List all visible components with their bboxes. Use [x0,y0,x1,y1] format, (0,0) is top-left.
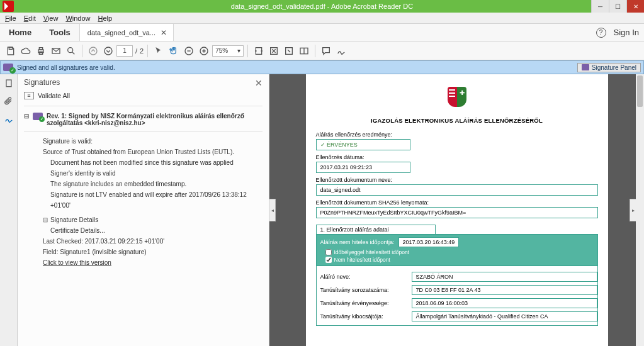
menu-window[interactable]: Window [62,13,94,23]
thumbnails-icon[interactable] [3,78,14,89]
pdf-page: IGAZOLÁS ELEKTRONIKUS ALÁÍRÁS ELLENŐRZÉS… [306,74,608,346]
timestamp-block: Aláírás nem hiteles időpontja: 2017.03.2… [316,234,598,266]
document-viewer[interactable]: ◂ ▸ IGAZOLÁS ELEKTRONIKUS ALÁÍRÁS ELLENŐ… [269,74,644,346]
cloud-icon[interactable] [19,44,33,58]
mail-icon[interactable] [49,44,63,58]
sig-detail-text: Signer's identity is valid [43,168,263,179]
fullscreen-icon[interactable] [282,44,296,58]
certificate-details-link[interactable]: Certificate Details... [43,225,263,236]
doc-heading: IGAZOLÁS ELEKTRONIKUS ALÁÍRÁS ELLENŐRZÉS… [316,117,598,124]
zoom-select[interactable]: 75%▾ [212,45,244,57]
field-label: Tanúsítvány érvényessége: [320,300,405,306]
signature-item-icon [33,113,43,120]
sig-detail-text: The signature includes an embedded times… [43,179,263,189]
menu-file[interactable]: File [1,13,20,23]
page-down-icon[interactable] [101,44,115,58]
field-label: Ellenőrzés dátuma: [316,154,598,160]
view-version-link[interactable]: Click to view this version [43,257,263,268]
checkbox-not-timestamped: Nem hitelesített időpont [325,257,594,263]
document-tab[interactable]: data_signed_odt_va... ✕ [79,24,174,41]
signature-valid-text: Signed and all signatures are valid. [17,64,115,71]
signatures-heading: Signatures [24,78,263,87]
field-value: 2018.06.09 16:00:03 [412,298,597,308]
panel-close-icon[interactable]: ✕ [255,78,263,88]
sig-detail-text: Last Checked: 2017.03.21 09:22:15 +01'00… [43,236,263,247]
left-rail [0,74,18,346]
menu-view[interactable]: View [40,13,62,23]
fit-page-icon[interactable] [267,44,281,58]
tools-button[interactable]: Tools [40,24,79,41]
section-header: 1. Ellenőrzött aláírás adatai [316,225,436,235]
menu-edit[interactable]: Edit [20,13,40,23]
svg-point-5 [68,47,73,52]
panel-collapse-handle-right[interactable]: ▸ [630,199,636,221]
attachments-icon[interactable] [3,96,14,107]
svg-point-6 [89,47,97,55]
svg-rect-3 [39,52,42,54]
search-icon[interactable] [64,44,78,58]
page-sep: / [134,47,138,55]
field-label: Ellenőrzött dokumentum SHA256 lenyomata: [316,199,598,206]
sign-icon[interactable] [334,44,348,58]
field-value: data_signed.odt [316,184,598,196]
validate-all-button[interactable]: ≡ Validate All [24,92,263,106]
chevron-down-icon: ▾ [237,47,240,54]
signer-block: Aláíró neve:SZABÓ ÁRON Tanúsítvány soroz… [316,266,598,326]
field-value: Állampolgári Tanúsítványkiadó - Qualifie… [412,311,597,321]
field-label: Aláírás ellenőrzés eredménye: [316,131,598,138]
sig-detail-text: Signature is not LTV enabled and will ex… [43,189,263,211]
signature-details-toggle[interactable]: ⊟ Signature Details [43,215,263,225]
page-number-input[interactable]: 1 [116,45,133,57]
help-icon[interactable]: ? [596,28,606,38]
minimize-button[interactable]: ─ [591,0,609,13]
read-mode-icon[interactable] [297,44,311,58]
field-label: Ellenőrzött dokumentum neve: [316,177,598,183]
comment-icon[interactable] [319,44,333,58]
hand-tool-icon[interactable] [167,44,181,58]
print-icon[interactable] [34,44,48,58]
field-value: P0Zn9PTHNRZFMeuxTyEdSItbYXCIU0qwTFyGkf9a… [316,207,598,218]
validate-icon: ≡ [24,92,34,99]
field-value: 2017.03.21 09:21:23 [316,162,410,173]
sig-detail-text: Document has not been modified since thi… [43,157,263,168]
collapse-icon[interactable]: ⊟ [24,113,29,120]
zoom-in-icon[interactable] [197,44,211,58]
page-total: 2 [140,47,144,55]
window-title: data_signed_odt_validated.pdf - Adobe Ac… [0,3,644,10]
tab-close-icon[interactable]: ✕ [161,28,167,37]
field-label: Tanúsítvány kibocsájtója: [320,313,405,320]
signature-panel-button[interactable]: Signature Panel [577,63,641,72]
svg-rect-2 [39,47,42,49]
tab-row: Home Tools data_signed_odt_va... ✕ ? Sig… [0,24,644,42]
signatures-icon[interactable] [3,113,14,125]
app-icon [3,1,14,12]
close-button[interactable]: ✕ [626,0,644,13]
select-tool-icon[interactable] [152,44,166,58]
field-value: 7D C0 03 E8 FF 01 2A 43 [412,285,597,295]
maximize-button[interactable]: ☐ [609,0,626,13]
panel-collapse-handle-left[interactable]: ◂ [269,199,276,221]
document-tab-label: data_signed_odt_va... [88,29,155,36]
save-icon[interactable] [4,44,18,58]
collapse-icon[interactable]: ⊟ [43,215,48,225]
sign-in-link[interactable]: Sign In [614,28,639,37]
home-button[interactable]: Home [0,24,40,41]
menubar: File Edit View Window Help [0,13,644,24]
revision-title: Rev. 1: Signed by NISZ Kormányzati elekt… [47,113,263,126]
field-value: ÉRVÉNYES [316,139,410,150]
svg-rect-14 [6,80,11,87]
menu-help[interactable]: Help [94,13,116,23]
pen-icon [582,64,589,70]
signatures-panel: Signatures ✕ ≡ Validate All ⊟ Rev. 1: Si… [18,74,269,346]
fit-width-icon[interactable] [252,44,266,58]
svg-rect-10 [256,47,262,54]
sig-detail-text: Source of Trust obtained from European U… [43,147,263,157]
revision-row[interactable]: ⊟ Rev. 1: Signed by NISZ Kormányzati ele… [24,113,263,132]
checkbox [325,257,332,263]
field-label: Tanúsítvány sorozatszáma: [320,287,405,293]
zoom-out-icon[interactable] [182,44,196,58]
vertical-scrollbar[interactable] [636,74,644,346]
checkbox-timestamped: Időbélyeggel hitelesített időpont [325,249,594,255]
page-up-icon[interactable] [86,44,100,58]
sig-detail-text: Field: Signature1 (invisible signature) [43,247,263,257]
